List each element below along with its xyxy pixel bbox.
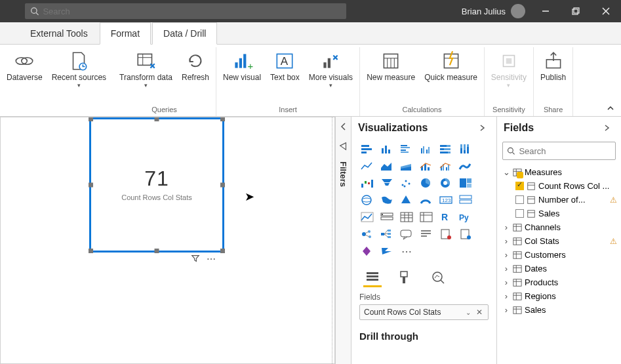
table-channels[interactable]: › Channels	[497, 220, 621, 234]
resize-handle[interactable]	[155, 249, 159, 253]
viz-slicer[interactable]	[378, 210, 396, 224]
viz-100-stacked-column[interactable]	[456, 142, 475, 156]
field-checkbox[interactable]	[515, 195, 524, 204]
viz-get-more[interactable]: ⋯	[397, 244, 416, 258]
viz-azure-map[interactable]	[397, 193, 416, 207]
field-number-of[interactable]: Number of... ⚠	[497, 193, 621, 207]
viz-100-stacked-bar[interactable]	[437, 142, 455, 156]
resize-handle[interactable]	[89, 249, 93, 253]
viz-card[interactable]: 123	[437, 193, 455, 207]
table-dates[interactable]: › Dates	[497, 262, 621, 275]
viz-filled-map[interactable]	[378, 193, 396, 207]
tab-data-drill[interactable]: Data / Drill	[152, 22, 217, 45]
table-products[interactable]: › Products	[497, 275, 621, 289]
viz-decomposition-tree[interactable]	[378, 227, 396, 241]
report-canvas[interactable]: 71 Count Rows Col Stats ⋯ ➤	[0, 117, 335, 364]
svg-line-106	[365, 232, 369, 233]
more-visuals-button[interactable]: More visuals ▾	[306, 47, 355, 89]
viz-stacked-bar[interactable]	[358, 142, 376, 156]
fields-search-input[interactable]	[519, 146, 611, 156]
recent-sources-label: Recent sources	[52, 73, 106, 82]
tab-format[interactable]: Format	[100, 22, 151, 45]
tab-external-tools[interactable]: External Tools	[20, 23, 98, 44]
ribbon-collapse-button[interactable]	[607, 104, 614, 112]
resize-handle[interactable]	[89, 117, 93, 121]
svg-rect-15	[243, 54, 246, 68]
viz-line-clustered-column[interactable]	[437, 159, 455, 173]
viz-clustered-column[interactable]	[417, 142, 435, 156]
svg-point-0	[31, 8, 37, 13]
resize-handle[interactable]	[220, 117, 225, 121]
viz-python-visual[interactable]: Py	[456, 210, 475, 224]
refresh-button[interactable]: Refresh	[179, 47, 212, 89]
viz-stacked-column[interactable]	[378, 142, 396, 156]
viz-area[interactable]	[378, 159, 396, 173]
new-measure-button[interactable]: New measure	[364, 47, 418, 82]
table-regions[interactable]: › Regions	[497, 289, 621, 303]
viz-power-automate[interactable]	[378, 244, 396, 258]
more-options-icon[interactable]: ⋯	[207, 254, 217, 264]
publish-button[interactable]: Publish	[538, 47, 569, 82]
viz-gauge[interactable]	[417, 193, 435, 207]
viz-qna[interactable]	[397, 227, 416, 241]
title-search[interactable]	[25, 3, 346, 19]
table-customers[interactable]: › Customers	[497, 248, 621, 262]
title-search-input[interactable]	[43, 7, 341, 16]
resize-handle[interactable]	[220, 183, 225, 188]
viz-kpi[interactable]	[358, 210, 376, 224]
field-count-rows[interactable]: Count Rows Col ...	[497, 179, 621, 193]
recent-sources-button[interactable]: Recent sources ▾	[49, 47, 109, 89]
viz-tab-analytics[interactable]	[429, 268, 447, 287]
viz-line-stacked-column[interactable]	[417, 159, 435, 173]
viz-key-influencers[interactable]	[358, 227, 376, 241]
viz-donut[interactable]	[437, 176, 455, 190]
viz-treemap[interactable]	[456, 176, 475, 190]
card-visual[interactable]: 71 Count Rows Col Stats	[89, 117, 224, 253]
viz-map[interactable]	[358, 193, 376, 207]
viz-table[interactable]	[397, 210, 416, 224]
collapse-pane-button[interactable]	[478, 124, 490, 132]
field-checkbox[interactable]	[515, 209, 524, 218]
field-checkbox[interactable]	[515, 182, 524, 190]
quick-measure-button[interactable]: Quick measure	[422, 47, 480, 82]
remove-field-button[interactable]: ✕	[475, 308, 484, 317]
table-col-stats[interactable]: › Col Stats ⚠	[497, 234, 621, 248]
table-measures[interactable]: ⌄ Measures	[497, 165, 621, 179]
viz-matrix[interactable]	[417, 210, 435, 224]
filters-pane-collapsed[interactable]: Filters	[335, 117, 351, 364]
viz-waterfall[interactable]	[358, 176, 376, 190]
viz-scatter[interactable]	[397, 176, 416, 190]
transform-data-button[interactable]: Transform data ▾	[117, 47, 175, 89]
well-fields[interactable]: Count Rows Col Stats ⌄ ✕	[359, 304, 489, 320]
viz-tab-format[interactable]	[396, 268, 414, 287]
viz-arcgis-map[interactable]	[456, 227, 475, 241]
viz-paginated-report[interactable]	[437, 227, 455, 241]
dataverse-button[interactable]: Dataverse	[4, 47, 45, 89]
viz-smart-narrative[interactable]	[417, 227, 435, 241]
maximize-button[interactable]	[561, 0, 591, 22]
viz-pie[interactable]	[417, 176, 435, 190]
viz-ribbon[interactable]	[456, 159, 475, 173]
new-visual-button[interactable]: + New visual	[220, 47, 264, 89]
viz-line[interactable]	[358, 159, 376, 173]
close-button[interactable]	[591, 0, 621, 22]
resize-handle[interactable]	[155, 117, 159, 121]
filter-icon[interactable]	[191, 254, 200, 264]
text-box-button[interactable]: A Text box	[268, 47, 302, 89]
user-account[interactable]: Brian Julius	[462, 4, 525, 18]
collapse-pane-button[interactable]	[603, 124, 614, 132]
table-sales[interactable]: › Sales	[497, 303, 621, 317]
chevron-down-icon[interactable]: ⌄	[464, 309, 472, 316]
viz-funnel[interactable]	[378, 176, 396, 190]
field-sales-measure[interactable]: Sales	[497, 207, 621, 220]
viz-power-apps[interactable]	[358, 244, 376, 258]
viz-tab-fields[interactable]	[363, 268, 382, 287]
minimize-button[interactable]	[531, 0, 561, 22]
viz-multi-row-card[interactable]	[456, 193, 475, 207]
resize-handle[interactable]	[89, 183, 93, 188]
viz-clustered-bar[interactable]	[397, 142, 416, 156]
resize-handle[interactable]	[220, 249, 225, 253]
viz-stacked-area[interactable]	[397, 159, 416, 173]
fields-search[interactable]	[502, 142, 616, 160]
viz-r-visual[interactable]: R	[437, 210, 455, 224]
